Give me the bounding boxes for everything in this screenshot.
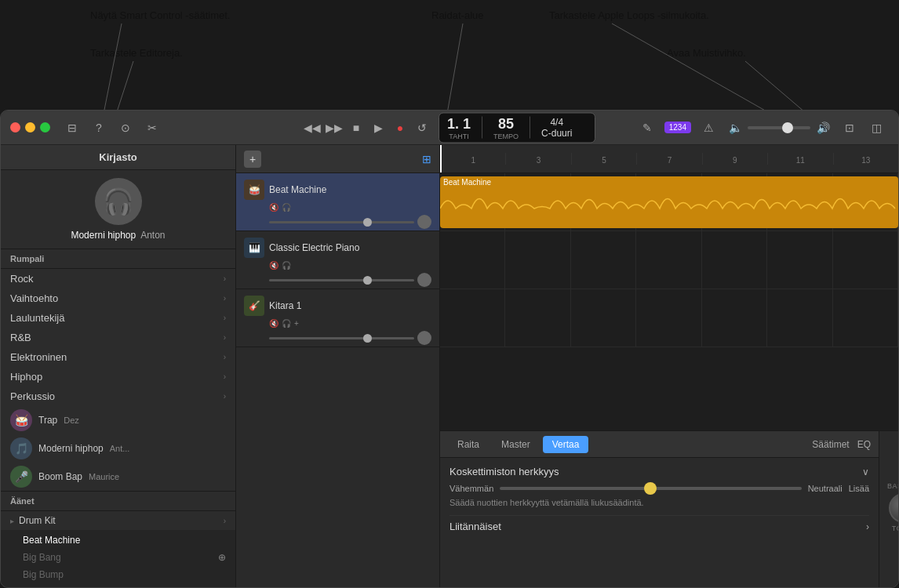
track-guitar-name-row: 🎸 Kitara 1 xyxy=(244,296,431,316)
track-guitar-volume[interactable] xyxy=(269,337,414,339)
track-lane-guitar-grid xyxy=(440,289,898,347)
drum-big-bang[interactable]: Big Bang ⊕ xyxy=(1,549,235,566)
track-piano-volume[interactable] xyxy=(269,279,414,281)
notepad-icon[interactable]: ◫ xyxy=(867,118,886,137)
user-modern[interactable]: 🎵 Moderni hiphop Ant... xyxy=(1,434,235,463)
genre-rock[interactable]: Rock › xyxy=(1,269,235,289)
genre-perkussio[interactable]: Perkussio › xyxy=(1,387,235,406)
time-sig-display: 4/4 C-duuri xyxy=(541,117,572,139)
track-lane-guitar xyxy=(440,289,898,347)
cycle-button[interactable]: ↺ xyxy=(413,119,431,136)
genre-lauluntekija[interactable]: Lauluntekijä › xyxy=(1,308,235,328)
panel-tab-right: Säätimet EQ xyxy=(812,439,871,450)
forward-button[interactable]: ▶▶ xyxy=(326,119,343,136)
drum-kit-item[interactable]: ▸ Drum Kit › xyxy=(1,511,235,530)
track-guitar-pan[interactable] xyxy=(417,331,431,345)
user-trap[interactable]: 🥁 Trap Dez xyxy=(1,406,235,434)
library-profile: 🎧 Moderni hiphop Anton xyxy=(1,170,235,249)
grid-cell xyxy=(702,231,767,289)
genre-elektroninen-label: Elektroninen xyxy=(10,351,67,363)
drum-big-bump[interactable]: Big Bump xyxy=(1,566,235,583)
library-icon[interactable]: ⊟ xyxy=(63,118,82,137)
timeline-ruler[interactable]: 1 3 5 7 9 11 13 xyxy=(440,145,898,173)
track-guitar-mute[interactable]: 🔇 xyxy=(269,319,278,328)
beat-region[interactable]: Beat Machine // Generate waveform bars xyxy=(440,176,898,228)
tab-saatimet[interactable]: Säätimet xyxy=(812,439,849,450)
track-beat-volume[interactable] xyxy=(269,221,414,223)
record-button[interactable]: ● xyxy=(391,119,409,136)
drum-big-room[interactable]: Big Room ⊕ xyxy=(1,583,235,587)
genre-hiphop-label: Hiphop xyxy=(10,371,42,383)
track-guitar-headphone[interactable]: 🎧 xyxy=(282,319,291,328)
tempo-display: 85 TEMPO xyxy=(493,115,519,140)
track-piano[interactable]: 🎹 Classic Electric Piano 🔇 🎧 xyxy=(236,231,439,289)
track-piano-name: Classic Electric Piano xyxy=(269,242,359,253)
rewind-button[interactable]: ◀◀ xyxy=(304,119,321,136)
grid-cell xyxy=(571,231,636,289)
tab-raita[interactable]: Raita xyxy=(448,436,489,453)
grid-cell xyxy=(505,231,570,289)
track-lane-piano-grid xyxy=(440,231,898,289)
tomit-knob[interactable] xyxy=(889,493,898,523)
track-lane-beat: Beat Machine // Generate waveform bars xyxy=(440,173,898,231)
transport-controls: ◀◀ ▶▶ ■ ▶ ● ↺ xyxy=(304,119,431,136)
traffic-lights xyxy=(10,122,50,132)
master-volume-slider[interactable] xyxy=(748,126,810,129)
pencil-icon[interactable]: ✎ xyxy=(638,118,657,137)
close-button[interactable] xyxy=(10,122,20,132)
track-guitar[interactable]: 🎸 Kitara 1 🔇 🎧 + xyxy=(236,289,439,347)
grid-cell xyxy=(767,289,832,347)
genre-vaihtoehto[interactable]: Vaihtoehto › xyxy=(1,289,235,308)
panel-content: Koskettimiston herkkyys ∨ Vähemmän Neutr… xyxy=(440,458,879,587)
annotation-smart-control: Näytä Smart Control -säätimet. xyxy=(90,9,230,21)
track-beat-machine[interactable]: 🥁 Beat Machine 🔇 🎧 xyxy=(236,173,439,231)
maximize-button[interactable] xyxy=(40,122,50,132)
grid-cell xyxy=(767,231,832,289)
track-beat-name: Beat Machine xyxy=(269,184,326,195)
genre-elektroninen[interactable]: Elektroninen › xyxy=(1,347,235,367)
bassorumpu-label: BASSORUMPU xyxy=(887,482,898,490)
help-icon[interactable]: ? xyxy=(89,118,108,137)
genre-perkussio-label: Perkussio xyxy=(10,390,55,402)
tab-vertaa[interactable]: Vertaa xyxy=(543,436,589,453)
track-beat-pan[interactable] xyxy=(417,215,431,229)
stop-button[interactable]: ■ xyxy=(348,119,365,136)
genre-rnb[interactable]: R&B › xyxy=(1,328,235,347)
volume-down-icon: 🔈 xyxy=(726,118,744,137)
sensitivity-slider[interactable] xyxy=(500,487,801,490)
svg-line-0 xyxy=(102,24,122,110)
track-beat-controls: 🔇 🎧 xyxy=(269,203,431,212)
tab-master[interactable]: Master xyxy=(492,436,540,453)
track-guitar-extra[interactable]: + xyxy=(294,319,299,328)
plugins-arrow[interactable]: › xyxy=(866,521,869,532)
svg-line-1 xyxy=(114,61,133,110)
smart-control-icon[interactable]: ⊙ xyxy=(116,118,135,137)
track-piano-pan[interactable] xyxy=(417,273,431,287)
track-piano-icon: 🎹 xyxy=(244,238,264,258)
tab-eq[interactable]: EQ xyxy=(857,439,871,450)
toolbar-left: ⊟ ? ⊙ ✂ xyxy=(63,118,162,137)
add-track-button[interactable]: + xyxy=(244,151,261,168)
play-button[interactable]: ▶ xyxy=(369,119,387,136)
app-window: ⊟ ? ⊙ ✂ ◀◀ ▶▶ ■ ▶ ● ↺ 1. 1 TAHTI xyxy=(0,110,899,588)
track-beat-mute[interactable]: 🔇 xyxy=(269,203,278,212)
loops-icon[interactable]: ⊡ xyxy=(840,118,859,137)
minimize-button[interactable] xyxy=(25,122,35,132)
tracks-edit-icon[interactable]: ⊞ xyxy=(422,153,431,165)
scissors-icon[interactable]: ✂ xyxy=(143,118,162,137)
warning-icon[interactable]: ⚠ xyxy=(699,118,718,137)
genre-hiphop[interactable]: Hiphop › xyxy=(1,367,235,387)
genre-list: Rock › Vaihtoehto › Lauluntekijä › R&B ›… xyxy=(1,269,235,406)
annotation-tracks-area: Raidat-alue xyxy=(431,9,484,21)
sensitivity-chevron[interactable]: ∨ xyxy=(862,466,869,477)
smart-tempo-badge[interactable]: 1234 xyxy=(664,122,691,133)
svg-line-4 xyxy=(745,61,816,110)
user-boombap[interactable]: 🎤 Boom Bap Maurice xyxy=(1,463,235,491)
drum-beat-machine[interactable]: Beat Machine xyxy=(1,532,235,549)
waveform-svg: // Generate waveform bars xyxy=(440,189,898,227)
mixer-sections: MIX BASSORUMPU SNARE/CLAP xyxy=(887,437,898,581)
track-piano-headphone[interactable]: 🎧 xyxy=(282,261,291,270)
user-modern-name: Moderni hiphop xyxy=(38,443,104,454)
track-beat-headphone[interactable]: 🎧 xyxy=(282,203,291,212)
track-piano-mute[interactable]: 🔇 xyxy=(269,261,278,270)
